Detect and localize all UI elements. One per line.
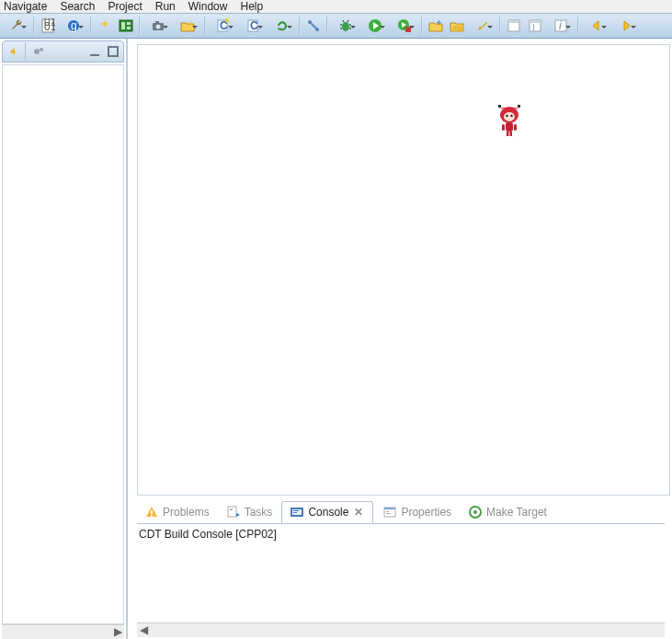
tab-tasks-label: Tasks xyxy=(245,506,273,519)
tab-console-label: Console xyxy=(308,506,348,519)
svg-text:i: i xyxy=(559,19,562,32)
separator xyxy=(25,42,27,61)
console-icon xyxy=(290,505,304,519)
separator xyxy=(90,17,92,35)
console-body-empty xyxy=(128,544,672,622)
link-back-icon[interactable] xyxy=(5,43,21,60)
close-icon[interactable]: ✕ xyxy=(352,506,365,519)
menu-search[interactable]: Search xyxy=(60,0,95,13)
back-icon[interactable] xyxy=(582,16,610,36)
tab-tasks[interactable]: Tasks xyxy=(219,502,280,522)
svg-rect-50 xyxy=(384,508,395,509)
minimize-view-icon[interactable] xyxy=(86,43,103,60)
svg-rect-48 xyxy=(293,512,297,513)
debug-icon[interactable] xyxy=(331,16,359,36)
properties-icon xyxy=(382,505,397,519)
brush-icon[interactable] xyxy=(468,16,496,36)
tab-console[interactable]: Console ✕ xyxy=(281,501,373,523)
run-external-icon[interactable] xyxy=(390,16,418,36)
tab-properties-label: Properties xyxy=(401,506,451,519)
svg-point-29 xyxy=(34,49,40,54)
new-project-folder-icon[interactable] xyxy=(426,16,446,36)
wrench-icon[interactable] xyxy=(2,16,30,36)
editor-area xyxy=(137,44,670,496)
sparkle-icon[interactable] xyxy=(95,16,115,36)
svg-rect-6 xyxy=(121,22,125,29)
separator xyxy=(421,17,423,35)
svg-text:010: 010 xyxy=(44,20,55,33)
svg-rect-31 xyxy=(90,54,99,56)
scroll-left-icon[interactable]: ◀ xyxy=(137,623,150,636)
menu-run[interactable]: Run xyxy=(155,0,176,13)
left-view-body xyxy=(2,64,124,624)
menu-help[interactable]: Help xyxy=(240,0,263,13)
tab-problems[interactable]: Problems xyxy=(137,502,217,522)
connect-icon[interactable] xyxy=(303,16,324,36)
svg-rect-7 xyxy=(127,22,131,25)
mascot-image xyxy=(496,105,522,136)
svg-rect-47 xyxy=(293,510,299,511)
svg-point-34 xyxy=(504,112,515,121)
separator xyxy=(139,17,141,35)
left-view: ▶ xyxy=(0,39,127,639)
console-scrollbar[interactable]: ◀ xyxy=(137,622,665,637)
svg-rect-51 xyxy=(386,511,389,512)
separator xyxy=(33,17,35,35)
tab-properties[interactable]: Properties xyxy=(375,502,459,522)
refresh-icon[interactable] xyxy=(268,16,296,36)
panel1-icon[interactable] xyxy=(504,16,524,36)
svg-rect-26 xyxy=(533,24,534,30)
svg-rect-8 xyxy=(127,27,131,29)
tab-maketarget-label: Make Target xyxy=(486,506,547,519)
panel2-icon[interactable] xyxy=(525,16,545,36)
panel-info-icon[interactable]: i xyxy=(546,16,575,36)
svg-point-10 xyxy=(155,25,160,29)
menu-project[interactable]: Project xyxy=(108,0,142,13)
svg-rect-43 xyxy=(151,515,153,517)
tab-problems-label: Problems xyxy=(163,506,210,519)
menu-window[interactable]: Window xyxy=(188,0,228,13)
open-folder-icon[interactable] xyxy=(447,16,467,36)
menubar: Navigate Search Project Run Window Help xyxy=(0,0,672,13)
new-c-file-icon[interactable]: C xyxy=(209,16,237,36)
menu-navigate[interactable]: Navigate xyxy=(4,0,47,13)
project-layout-icon[interactable] xyxy=(116,16,136,36)
svg-text:C: C xyxy=(250,19,258,32)
svg-point-18 xyxy=(342,22,349,31)
left-view-scrollbar[interactable]: ▶ xyxy=(2,624,124,639)
svg-rect-40 xyxy=(502,124,505,131)
camera-icon[interactable] xyxy=(143,16,172,36)
separator xyxy=(577,17,579,35)
tasks-icon xyxy=(226,505,241,519)
svg-point-36 xyxy=(510,115,512,117)
target-icon xyxy=(468,505,483,519)
google-icon[interactable]: g xyxy=(59,16,87,36)
scroll-right-icon[interactable]: ▶ xyxy=(111,625,124,638)
bottom-tabstrip: Problems Tasks Console ✕ Properties xyxy=(128,497,672,523)
forward-icon[interactable] xyxy=(611,16,640,36)
c-file-icon[interactable]: C xyxy=(238,16,267,36)
svg-point-30 xyxy=(40,48,43,51)
run-icon[interactable] xyxy=(360,16,389,36)
gear-cluster-icon[interactable] xyxy=(30,43,47,60)
console-output: CDT Build Console [CPP02] xyxy=(137,523,665,544)
separator xyxy=(299,17,301,35)
left-view-toolbar xyxy=(2,40,124,63)
svg-rect-21 xyxy=(405,27,411,32)
workbench-body: ▶ xyxy=(0,39,672,639)
separator xyxy=(499,17,501,35)
new-folder-icon[interactable] xyxy=(173,16,201,36)
maximize-view-icon[interactable] xyxy=(105,43,121,60)
svg-rect-41 xyxy=(514,124,517,131)
right-area: Problems Tasks Console ✕ Properties xyxy=(127,39,672,639)
tab-make-target[interactable]: Make Target xyxy=(461,502,554,522)
svg-rect-38 xyxy=(507,131,509,136)
svg-rect-32 xyxy=(108,47,118,56)
svg-rect-52 xyxy=(386,513,391,514)
warning-icon xyxy=(144,505,159,519)
svg-text:g: g xyxy=(71,19,77,32)
binary-file-icon[interactable]: 010010 xyxy=(38,16,58,36)
svg-point-54 xyxy=(473,510,477,514)
separator xyxy=(204,17,206,35)
svg-rect-25 xyxy=(530,20,541,23)
